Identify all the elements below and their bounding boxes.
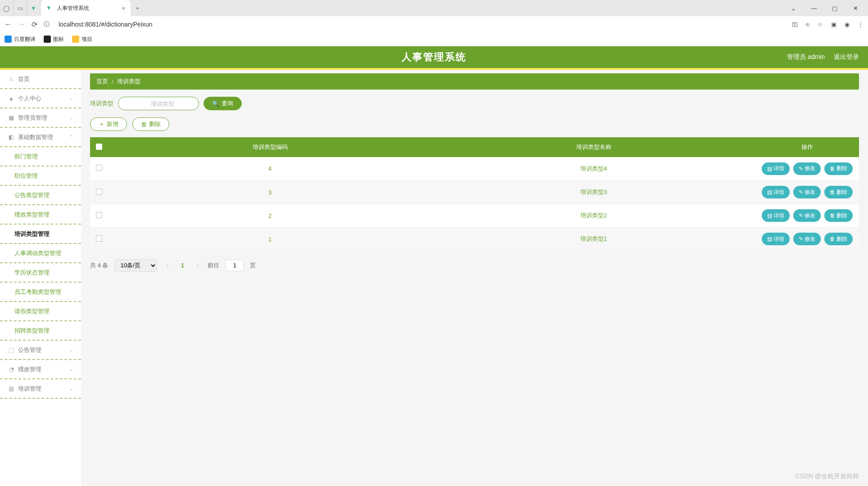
sidebar-item-home[interactable]: ⌂首页 bbox=[0, 70, 81, 89]
url-text[interactable]: localhost:8081/#/dictionaryPeixun bbox=[56, 21, 786, 28]
detail-button[interactable]: ▤ 详情 bbox=[762, 209, 790, 222]
admin-icon: ▦ bbox=[8, 114, 14, 121]
sidebar-item-basic[interactable]: ◧基础数据管理⌃ bbox=[0, 128, 81, 147]
table-row: 1 培训类型1 ▤ 详情 ✎ 修改 🗑 删除 bbox=[90, 227, 859, 251]
edit-button[interactable]: ✎ 修改 bbox=[793, 162, 821, 175]
row-delete-button[interactable]: 🗑 删除 bbox=[824, 186, 853, 198]
sidebar-sub-announce-type[interactable]: 公告类型管理 bbox=[0, 186, 81, 205]
maximize-icon[interactable]: ▢ bbox=[827, 5, 843, 12]
delete-button[interactable]: 🗑删除 bbox=[132, 117, 169, 131]
trash-icon: 🗑 bbox=[141, 121, 147, 128]
bookmark-icon bbox=[5, 36, 12, 43]
active-tab[interactable]: ▼ 人事管理系统 × bbox=[41, 0, 131, 16]
sidebar-sub-transfer-type[interactable]: 人事调动类型管理 bbox=[0, 244, 81, 263]
edit-button[interactable]: ✎ 修改 bbox=[793, 186, 821, 198]
sidebar-item-personal[interactable]: ▲个人中心⌄ bbox=[0, 89, 81, 108]
row-delete-button[interactable]: 🗑 删除 bbox=[824, 233, 853, 245]
sidebar-sub-recruit-type[interactable]: 招聘类型管理 bbox=[0, 321, 81, 341]
panel-icon[interactable]: ▣ bbox=[831, 21, 836, 28]
trash-icon: 🗑 bbox=[830, 212, 835, 219]
bookmark-project[interactable]: 项目 bbox=[72, 36, 92, 43]
tab-icon-vue[interactable]: ▼ bbox=[27, 0, 41, 16]
new-tab-button[interactable]: ＋ bbox=[131, 4, 144, 12]
table-row: 2 培训类型2 ▤ 详情 ✎ 修改 🗑 删除 bbox=[90, 204, 859, 227]
th-name: 培训类型名称 bbox=[432, 137, 755, 157]
info-icon[interactable]: ⓘ bbox=[44, 20, 50, 28]
sidebar-sub-education[interactable]: 学历状态管理 bbox=[0, 263, 81, 283]
search-input[interactable] bbox=[118, 97, 199, 110]
edit-button[interactable]: ✎ 修改 bbox=[793, 209, 821, 222]
sidebar-item-training[interactable]: ▥培训管理⌄ bbox=[0, 379, 81, 399]
tab-icon-globe[interactable]: ◯ bbox=[0, 0, 14, 16]
cell-name: 培训类型1 bbox=[432, 227, 755, 251]
close-tab-icon[interactable]: × bbox=[122, 5, 125, 12]
sidebar-item-perf[interactable]: ◔绩效管理⌄ bbox=[0, 360, 81, 379]
win-dropdown-icon[interactable]: ⌄ bbox=[785, 5, 801, 12]
cell-name: 培训类型4 bbox=[432, 157, 755, 180]
sidebar-sub-training-type[interactable]: 培训类型管理 bbox=[0, 225, 81, 244]
bookmark-icons[interactable]: 图标 bbox=[44, 36, 64, 43]
trash-icon: 🗑 bbox=[830, 166, 835, 172]
key-icon[interactable]: ⚿ bbox=[792, 21, 798, 28]
select-all-checkbox[interactable] bbox=[96, 144, 102, 150]
page-size-select[interactable]: 10条/页 bbox=[114, 259, 157, 272]
cell-name: 培训类型2 bbox=[432, 204, 755, 227]
table-row: 3 培训类型3 ▤ 详情 ✎ 修改 🗑 删除 bbox=[90, 180, 859, 204]
close-window-icon[interactable]: ✕ bbox=[847, 5, 863, 12]
perf-icon: ◔ bbox=[8, 366, 14, 373]
tab-bar: ◯ ▭ ▼ ▼ 人事管理系统 × ＋ ⌄ — ▢ ✕ bbox=[0, 0, 868, 16]
sidebar-sub-leave-type[interactable]: 请假类型管理 bbox=[0, 302, 81, 321]
tab-icon-2[interactable]: ▭ bbox=[14, 0, 27, 16]
breadcrumb-home[interactable]: 首页 bbox=[96, 77, 108, 86]
bookmark-baidu[interactable]: 百度翻译 bbox=[5, 36, 36, 43]
training-icon: ▥ bbox=[8, 385, 14, 392]
add-button[interactable]: ＋新增 bbox=[90, 117, 127, 131]
minimize-icon[interactable]: — bbox=[806, 5, 822, 12]
page-number[interactable]: 1 bbox=[177, 262, 188, 269]
detail-button[interactable]: ▤ 详情 bbox=[762, 162, 790, 175]
row-checkbox[interactable] bbox=[96, 212, 102, 218]
goto-suffix: 页 bbox=[250, 261, 256, 270]
back-icon[interactable]: ← bbox=[5, 20, 12, 28]
detail-button[interactable]: ▤ 详情 bbox=[762, 186, 790, 198]
row-delete-button[interactable]: 🗑 删除 bbox=[824, 162, 853, 175]
search-btn-icon: 🔍 bbox=[212, 100, 219, 107]
sidebar-item-announce[interactable]: ⬚公告管理⌄ bbox=[0, 341, 81, 360]
sidebar-sub-position[interactable]: 职位管理 bbox=[0, 166, 81, 186]
goto-input[interactable] bbox=[226, 260, 244, 271]
prev-page-button[interactable]: ‹ bbox=[163, 262, 171, 269]
th-ops: 操作 bbox=[755, 137, 859, 157]
share-icon[interactable]: ⎋ bbox=[806, 21, 809, 28]
row-checkbox[interactable] bbox=[96, 235, 102, 242]
sidebar-sub-dept[interactable]: 部门管理 bbox=[0, 147, 81, 166]
chevron-down-icon: ⌄ bbox=[69, 386, 73, 391]
logout-link[interactable]: 退出登录 bbox=[834, 53, 859, 61]
sidebar-sub-attendance-type[interactable]: 员工考勤类型管理 bbox=[0, 283, 81, 302]
address-bar: ← → ⟳ ⓘ localhost:8081/#/dictionaryPeixu… bbox=[0, 16, 868, 32]
user-label[interactable]: 管理员 admin bbox=[787, 53, 825, 61]
row-delete-button[interactable]: 🗑 删除 bbox=[824, 209, 853, 222]
sidebar: ⌂首页 ▲个人中心⌄ ▦管理员管理⌄ ◧基础数据管理⌃ 部门管理 职位管理 公告… bbox=[0, 70, 81, 486]
sidebar-sub-perf-type[interactable]: 绩效类型管理 bbox=[0, 205, 81, 225]
reload-icon[interactable]: ⟳ bbox=[32, 20, 37, 29]
detail-icon: ▤ bbox=[767, 189, 772, 195]
detail-button[interactable]: ▤ 详情 bbox=[762, 233, 790, 245]
sidebar-item-admin[interactable]: ▦管理员管理⌄ bbox=[0, 108, 81, 128]
search-button[interactable]: 🔍查询 bbox=[203, 97, 242, 110]
star-icon[interactable]: ☆ bbox=[818, 21, 823, 28]
row-checkbox[interactable] bbox=[96, 189, 102, 195]
next-page-button[interactable]: › bbox=[194, 262, 201, 269]
pagination: 共 4 条 10条/页 ‹ 1 › 前往 页 bbox=[90, 259, 859, 272]
edit-icon: ✎ bbox=[799, 166, 803, 172]
edit-button[interactable]: ✎ 修改 bbox=[793, 233, 821, 245]
announce-icon: ⬚ bbox=[8, 346, 14, 353]
row-checkbox[interactable] bbox=[96, 165, 102, 171]
watermark: CSDN @全栈开发帅帅 bbox=[795, 472, 859, 481]
cell-code: 2 bbox=[108, 204, 432, 227]
menu-icon[interactable]: ⋮ bbox=[858, 21, 863, 28]
profile-icon[interactable]: ◉ bbox=[845, 21, 850, 28]
cell-name: 培训类型3 bbox=[432, 180, 755, 204]
detail-icon: ▤ bbox=[767, 212, 772, 219]
bookmark-icon bbox=[44, 36, 51, 43]
forward-icon[interactable]: → bbox=[18, 20, 25, 28]
